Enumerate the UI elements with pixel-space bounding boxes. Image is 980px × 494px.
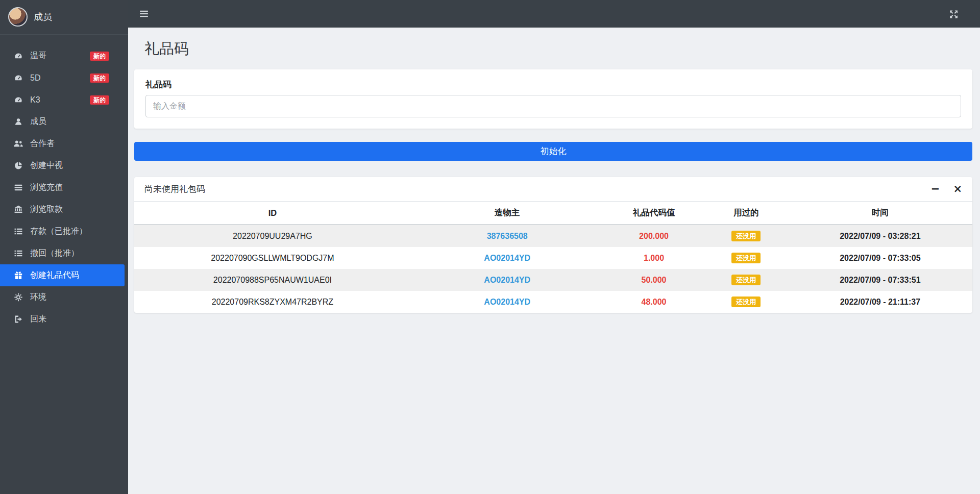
cell-creator[interactable]: AO02014YD — [411, 269, 604, 291]
gift-icon — [13, 271, 23, 280]
topbar — [128, 0, 980, 28]
status-badge: 还没用 — [731, 297, 761, 307]
list-icon — [13, 227, 23, 236]
new-badge: 新的 — [90, 95, 109, 105]
column-header: 造物主 — [411, 202, 604, 225]
initialize-button[interactable]: 初始化 — [134, 142, 972, 161]
table-row: 20220709RKS8ZYXM47R2BYRZAO02014YD48.000还… — [134, 291, 972, 313]
cell-used: 还没用 — [704, 291, 788, 313]
cell-time: 2022/07/09 - 07:33:05 — [788, 247, 972, 269]
sidebar-item-browse-recharge[interactable]: 浏览充值 — [0, 177, 128, 199]
cell-value: 48.000 — [604, 291, 704, 313]
sidebar-item-environment[interactable]: 环境 — [0, 286, 128, 308]
status-badge: 还没用 — [731, 275, 761, 285]
cell-id: 20220709RKS8ZYXM47R2BYRZ — [134, 291, 411, 313]
user-name: 成员 — [34, 11, 52, 23]
page-title: 礼品码 — [144, 39, 972, 59]
sidebar-toggle-button[interactable] — [136, 6, 158, 21]
sidebar-item-withdraw-approved[interactable]: 撤回（批准） — [0, 242, 128, 264]
sidebar-item-members[interactable]: 成员 — [0, 111, 128, 133]
user-panel: 成员 — [0, 0, 128, 35]
sidebar-item-label: 存款（已批准） — [30, 226, 87, 237]
gift-codes-table: ID造物主礼品代码值用过的时间 20220709UU29A7HG38763650… — [134, 201, 972, 313]
cell-id: 20220709UU29A7HG — [134, 225, 411, 247]
cell-used: 还没用 — [704, 225, 788, 247]
list-icon — [13, 249, 23, 258]
cell-id: 202207090GSLLWMLT9ODGJ7M — [134, 247, 411, 269]
cell-used: 还没用 — [704, 247, 788, 269]
gift-code-form-card: 礼品码 — [134, 69, 972, 129]
sidebar-item-label: 浏览取款 — [30, 204, 63, 215]
status-badge: 还没用 — [731, 231, 761, 241]
minimize-icon[interactable]: − — [931, 184, 940, 194]
column-header: 用过的 — [704, 202, 788, 225]
sidebar-item-partners[interactable]: 合作者 — [0, 133, 128, 155]
column-header: 时间 — [788, 202, 972, 225]
cell-time: 2022/07/09 - 03:28:21 — [788, 225, 972, 247]
table-row: 2022070988SP65NAUW1UAE0IAO02014YD50.000还… — [134, 269, 972, 291]
tachometer-icon — [13, 73, 23, 82]
avatar — [8, 7, 28, 27]
new-badge: 新的 — [90, 52, 109, 61]
sidebar-menu: 温哥新的5D新的K3新的成员合作者创建中视浏览充值浏览取款存款（已批准）撤回（批… — [0, 35, 128, 330]
fullscreen-button[interactable] — [946, 7, 968, 21]
sidebar-item-label: 创建中视 — [30, 160, 63, 171]
sidebar-item-create-gift-code[interactable]: 创建礼品代码 — [0, 264, 125, 286]
close-icon[interactable]: × — [953, 184, 962, 194]
sign-out-icon — [13, 315, 23, 324]
sidebar-item-5d[interactable]: 5D新的 — [0, 67, 128, 89]
tachometer-icon — [13, 95, 23, 104]
sidebar-item-k3[interactable]: K3新的 — [0, 89, 128, 111]
cell-time: 2022/07/09 - 21:11:37 — [788, 291, 972, 313]
status-badge: 还没用 — [731, 253, 761, 263]
column-header: ID — [134, 202, 411, 225]
sidebar-item-label: 合作者 — [30, 138, 55, 149]
cell-time: 2022/07/09 - 07:33:51 — [788, 269, 972, 291]
bank-icon — [13, 205, 23, 214]
sidebar-item-wenge[interactable]: 温哥新的 — [0, 45, 128, 67]
cell-creator[interactable]: AO02014YD — [411, 247, 604, 269]
sidebar-item-label: 撤回（批准） — [30, 248, 79, 259]
users-icon — [13, 139, 23, 148]
tachometer-icon — [13, 52, 23, 60]
table-row: 20220709UU29A7HG387636508200.000还没用2022/… — [134, 225, 972, 247]
user-icon — [13, 117, 23, 126]
sidebar-item-label: K3 — [30, 95, 40, 105]
cell-used: 还没用 — [704, 269, 788, 291]
sidebar-item-label: 回来 — [30, 314, 46, 325]
sidebar-item-label: 环境 — [30, 292, 46, 303]
gear-icon — [13, 293, 23, 302]
unused-codes-card: 尚未使用礼包码 − × ID造物主礼品代码值用过的时间 20220709UU29… — [134, 177, 972, 313]
money-stack-icon — [13, 183, 23, 192]
cell-id: 2022070988SP65NAUW1UAE0I — [134, 269, 411, 291]
pie-chart-icon — [13, 161, 23, 170]
card-tools: − × — [931, 184, 962, 194]
column-header: 礼品代码值 — [604, 202, 704, 225]
hamburger-icon — [139, 9, 149, 18]
sidebar-item-label: 5D — [30, 73, 40, 83]
card-header: 尚未使用礼包码 − × — [134, 177, 972, 201]
cell-value: 200.000 — [604, 225, 704, 247]
cell-creator[interactable]: 387636508 — [411, 225, 604, 247]
cell-value: 1.000 — [604, 247, 704, 269]
new-badge: 新的 — [90, 73, 109, 83]
cell-value: 50.000 — [604, 269, 704, 291]
amount-label: 礼品码 — [145, 79, 961, 90]
card-title: 尚未使用礼包码 — [144, 183, 205, 195]
sidebar: 成员 温哥新的5D新的K3新的成员合作者创建中视浏览充值浏览取款存款（已批准）撤… — [0, 0, 128, 494]
amount-input[interactable] — [145, 95, 961, 117]
table-row: 202207090GSLLWMLT9ODGJ7MAO02014YD1.000还没… — [134, 247, 972, 269]
sidebar-item-deposits-approved[interactable]: 存款（已批准） — [0, 220, 128, 242]
sidebar-item-label: 成员 — [30, 116, 46, 127]
main-area: 礼品码 礼品码 初始化 尚未使用礼包码 − × ID造物主礼品代码值用过的时间 … — [128, 0, 980, 494]
sidebar-item-create-view[interactable]: 创建中视 — [0, 155, 128, 177]
content: 礼品码 礼品码 初始化 尚未使用礼包码 − × ID造物主礼品代码值用过的时间 … — [128, 28, 980, 494]
app-root: 成员 温哥新的5D新的K3新的成员合作者创建中视浏览充值浏览取款存款（已批准）撤… — [0, 0, 980, 494]
sidebar-item-label: 温哥 — [30, 51, 46, 61]
sidebar-item-label: 浏览充值 — [30, 182, 63, 193]
sidebar-item-browse-withdraw[interactable]: 浏览取款 — [0, 199, 128, 220]
fullscreen-icon — [949, 10, 958, 18]
sidebar-item-label: 创建礼品代码 — [30, 270, 79, 281]
cell-creator[interactable]: AO02014YD — [411, 291, 604, 313]
sidebar-item-back[interactable]: 回来 — [0, 308, 128, 330]
